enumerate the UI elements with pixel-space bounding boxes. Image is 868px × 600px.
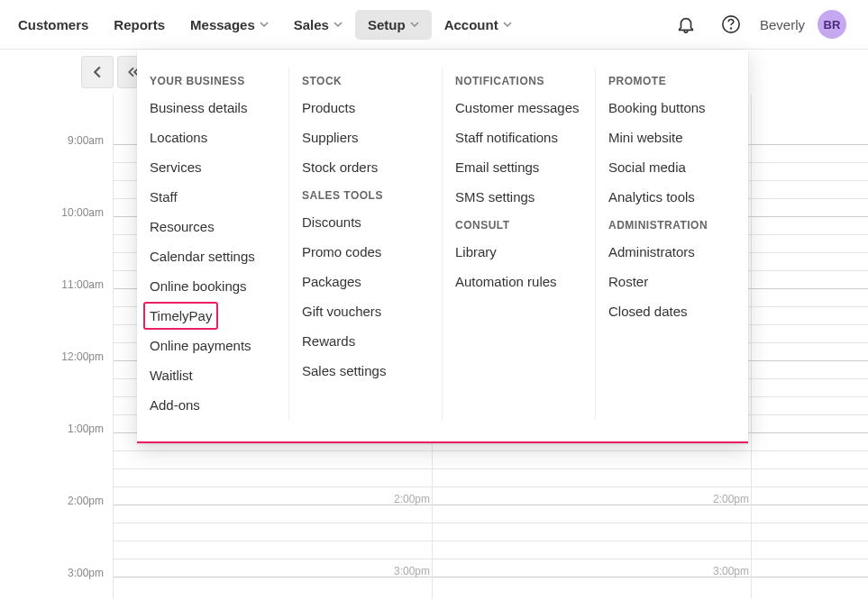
svg-point-1 <box>731 28 732 29</box>
menu-link-products[interactable]: Products <box>302 93 429 123</box>
time-label: 12:00pm <box>61 350 104 363</box>
menu-link-online-payments[interactable]: Online payments <box>150 331 276 360</box>
menu-link-roster[interactable]: Roster <box>608 267 736 296</box>
menu-heading: NOTIFICATIONS <box>455 68 582 93</box>
time-label: 2:00pm <box>68 495 104 507</box>
nav-reports[interactable]: Reports <box>101 10 178 40</box>
menu-link-social-media[interactable]: Social media <box>608 152 736 182</box>
menu-column: PROMOTEBooking buttonsMini websiteSocial… <box>596 68 748 420</box>
nav-customers[interactable]: Customers <box>5 10 101 40</box>
time-label: 9:00am <box>68 134 104 147</box>
menu-heading: STOCK <box>302 68 429 93</box>
menu-link-add-ons[interactable]: Add-ons <box>150 390 276 420</box>
chevron-down-icon <box>260 20 269 29</box>
time-label: 3:00pm <box>68 567 104 579</box>
chevron-left-icon <box>91 66 104 78</box>
help-icon <box>721 14 741 34</box>
menu-link-library[interactable]: Library <box>455 237 582 267</box>
menu-link-discounts[interactable]: Discounts <box>302 207 429 237</box>
user-name: Beverly <box>760 17 805 32</box>
menu-link-administrators[interactable]: Administrators <box>608 237 736 267</box>
menu-heading: ADMINISTRATION <box>608 212 736 237</box>
menu-link-sales-settings[interactable]: Sales settings <box>302 356 429 386</box>
menu-link-packages[interactable]: Packages <box>302 267 429 296</box>
menu-link-staff-notifications[interactable]: Staff notifications <box>455 123 582 152</box>
notifications-button[interactable] <box>670 8 702 41</box>
cell-time: 2:00pm <box>713 493 749 505</box>
menu-link-calendar-settings[interactable]: Calendar settings <box>150 241 276 271</box>
menu-link-suppliers[interactable]: Suppliers <box>302 123 429 152</box>
nav-messages[interactable]: Messages <box>178 10 281 40</box>
cell-time: 3:00pm <box>713 565 749 577</box>
menu-link-promo-codes[interactable]: Promo codes <box>302 237 429 267</box>
time-label: 11:00am <box>61 278 104 291</box>
help-button[interactable] <box>715 8 747 41</box>
menu-link-waitlist[interactable]: Waitlist <box>150 360 276 390</box>
menu-link-booking-buttons[interactable]: Booking buttons <box>608 93 736 123</box>
menu-link-rewards[interactable]: Rewards <box>302 326 429 356</box>
prev-button[interactable] <box>81 56 114 88</box>
menu-column: YOUR BUSINESSBusiness detailsLocationsSe… <box>137 68 289 420</box>
menu-heading: CONSULT <box>455 212 582 237</box>
menu-link-closed-dates[interactable]: Closed dates <box>608 296 736 326</box>
chevron-down-icon <box>503 20 512 29</box>
menu-link-mini-website[interactable]: Mini website <box>608 123 736 152</box>
nav-right: Beverly BR <box>670 8 863 41</box>
menu-link-business-details[interactable]: Business details <box>150 93 276 123</box>
menu-column: STOCKProductsSuppliersStock ordersSALES … <box>289 68 443 420</box>
menu-link-automation-rules[interactable]: Automation rules <box>455 267 582 296</box>
menu-link-timelypay[interactable]: TimelyPay <box>144 303 217 329</box>
menu-link-customer-messages[interactable]: Customer messages <box>455 93 582 123</box>
menu-heading: SALES TOOLS <box>302 182 429 207</box>
menu-link-sms-settings[interactable]: SMS settings <box>455 182 582 212</box>
time-label: 10:00am <box>61 206 104 219</box>
cell-time: 3:00pm <box>394 565 430 577</box>
menu-link-email-settings[interactable]: Email settings <box>455 152 582 182</box>
nav-setup-label: Setup <box>368 17 406 32</box>
nav-messages-label: Messages <box>190 17 255 32</box>
menu-heading: YOUR BUSINESS <box>150 68 276 93</box>
menu-link-services[interactable]: Services <box>150 152 276 182</box>
avatar[interactable]: BR <box>818 10 846 39</box>
menu-link-analytics-tools[interactable]: Analytics tools <box>608 182 736 212</box>
menu-link-staff[interactable]: Staff <box>150 182 276 212</box>
chevron-down-icon <box>410 20 419 29</box>
nav-setup[interactable]: Setup <box>355 10 432 40</box>
menu-column: NOTIFICATIONSCustomer messagesStaff noti… <box>443 68 596 420</box>
topbar: Customers Reports Messages Sales Setup A… <box>0 0 868 50</box>
nav-sales-label: Sales <box>294 17 329 32</box>
nav-account[interactable]: Account <box>432 10 525 40</box>
menu-link-locations[interactable]: Locations <box>150 123 276 152</box>
menu-link-gift-vouchers[interactable]: Gift vouchers <box>302 296 429 326</box>
menu-link-resources[interactable]: Resources <box>150 212 276 241</box>
chevron-down-icon <box>333 20 343 29</box>
nav-sales[interactable]: Sales <box>281 10 355 40</box>
menu-heading: PROMOTE <box>608 68 736 93</box>
menu-link-stock-orders[interactable]: Stock orders <box>302 152 429 182</box>
nav-account-label: Account <box>444 17 498 32</box>
bell-icon <box>676 14 696 34</box>
time-label: 1:00pm <box>68 423 104 435</box>
nav-left: Customers Reports Messages Sales Setup A… <box>5 10 525 40</box>
setup-mega-menu: YOUR BUSINESSBusiness detailsLocationsSe… <box>137 50 748 443</box>
menu-link-online-bookings[interactable]: Online bookings <box>150 271 276 301</box>
cell-time: 2:00pm <box>394 493 430 505</box>
